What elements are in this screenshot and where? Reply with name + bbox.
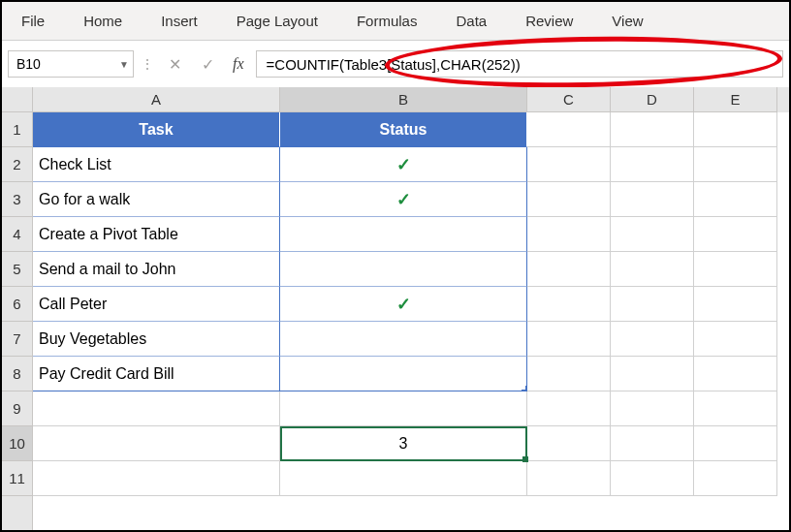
cell[interactable] (527, 461, 611, 496)
cell[interactable] (527, 357, 611, 391)
row-headers: 1 2 3 4 5 6 7 8 9 10 11 (2, 87, 33, 530)
col-header-b[interactable]: B (280, 87, 527, 112)
cell-task[interactable]: Buy Vegetables (33, 322, 280, 357)
tab-insert[interactable]: Insert (161, 13, 198, 29)
cell[interactable] (33, 426, 280, 461)
cell[interactable] (527, 147, 611, 182)
select-all-corner[interactable] (2, 87, 32, 112)
cell[interactable] (694, 426, 777, 461)
tab-review[interactable]: Review (525, 13, 573, 29)
tab-view[interactable]: View (612, 13, 643, 29)
cell[interactable] (611, 357, 694, 391)
cell[interactable] (611, 426, 694, 461)
cell[interactable] (694, 322, 777, 357)
grid-rows: Task Status Check List ✓ Go for a walk ✓ (33, 112, 789, 496)
spreadsheet: 1 2 3 4 5 6 7 8 9 10 11 A B C D E Task S… (2, 87, 789, 530)
cell[interactable] (527, 112, 611, 147)
cell-status[interactable]: ✓ (280, 182, 527, 217)
row-header-9[interactable]: 9 (2, 391, 32, 426)
cell-status[interactable]: ✓ (280, 147, 527, 182)
cell[interactable] (611, 182, 694, 217)
cell[interactable] (694, 217, 777, 252)
cell[interactable] (527, 391, 611, 426)
cell[interactable] (611, 322, 694, 357)
cell[interactable] (611, 287, 694, 322)
cell[interactable] (611, 217, 694, 252)
cell[interactable] (33, 391, 280, 426)
table-header-status[interactable]: Status (280, 112, 527, 147)
row-header-3[interactable]: 3 (2, 182, 32, 217)
tab-data[interactable]: Data (456, 13, 487, 29)
cell[interactable] (694, 391, 777, 426)
row-header-4[interactable]: 4 (2, 217, 32, 252)
tab-file[interactable]: File (21, 13, 45, 29)
cell-status[interactable] (280, 357, 527, 391)
fx-label[interactable]: fx (227, 55, 250, 73)
cell[interactable] (527, 287, 611, 322)
cell-result[interactable]: 3 (280, 426, 527, 461)
cell[interactable] (611, 461, 694, 496)
cell[interactable] (527, 426, 611, 461)
cell[interactable] (694, 147, 777, 182)
checkmark-icon: ✓ (396, 154, 411, 175)
col-header-d[interactable]: D (611, 87, 694, 112)
row-header-2[interactable]: 2 (2, 147, 32, 182)
cell-status[interactable] (280, 217, 527, 252)
tab-formulas[interactable]: Formulas (357, 13, 418, 29)
name-box-dropdown-icon[interactable]: ▼ (119, 59, 129, 70)
cell-task[interactable]: Call Peter (33, 287, 280, 322)
table-header-task[interactable]: Task (33, 112, 280, 147)
cell[interactable] (280, 391, 527, 426)
cell-status[interactable] (280, 322, 527, 357)
cell[interactable] (611, 252, 694, 287)
cell-task[interactable]: Pay Credit Card Bill (33, 357, 280, 391)
checkmark-icon: ✓ (396, 189, 411, 210)
cell[interactable] (527, 217, 611, 252)
formula-input[interactable]: =COUNTIF(Table3[Status],CHAR(252)) (256, 50, 783, 78)
enter-formula-icon[interactable]: ✓ (194, 50, 221, 78)
checkmark-icon: ✓ (396, 294, 411, 315)
cell-task[interactable]: Check List (33, 147, 280, 182)
col-header-c[interactable]: C (527, 87, 611, 112)
cell[interactable] (611, 112, 694, 147)
cell[interactable] (694, 182, 777, 217)
cell[interactable] (280, 461, 527, 496)
col-header-a[interactable]: A (33, 87, 280, 112)
tab-page-layout[interactable]: Page Layout (237, 13, 318, 29)
table-resize-handle[interactable] (522, 386, 527, 391)
cell-task[interactable]: Send a mail to John (33, 252, 280, 287)
cell[interactable] (33, 461, 280, 496)
tab-home[interactable]: Home (83, 13, 122, 29)
row-header-1[interactable]: 1 (2, 112, 32, 147)
row-header-8[interactable]: 8 (2, 357, 32, 391)
cancel-formula-icon[interactable]: ✕ (161, 50, 188, 78)
cell-status[interactable]: ✓ (280, 287, 527, 322)
grid: A B C D E Task Status Check List ✓ G (33, 87, 789, 530)
cell-task[interactable]: Go for a walk (33, 182, 280, 217)
formula-text: =COUNTIF(Table3[Status],CHAR(252)) (267, 56, 521, 73)
cell[interactable] (611, 147, 694, 182)
cell[interactable] (694, 252, 777, 287)
col-header-e[interactable]: E (694, 87, 777, 112)
name-box[interactable]: B10 ▼ (8, 50, 134, 78)
cell-status[interactable] (280, 252, 527, 287)
cell[interactable] (694, 112, 777, 147)
cell[interactable] (611, 391, 694, 426)
column-headers: A B C D E (33, 87, 789, 112)
name-box-value: B10 (16, 56, 41, 72)
cell[interactable] (694, 287, 777, 322)
cell[interactable] (694, 357, 777, 391)
ribbon-tabs: File Home Insert Page Layout Formulas Da… (2, 2, 789, 41)
cell[interactable] (527, 322, 611, 357)
row-header-5[interactable]: 5 (2, 252, 32, 287)
row-header-11[interactable]: 11 (2, 461, 32, 496)
row-header-6[interactable]: 6 (2, 287, 32, 322)
separator-icon: ⋮ (140, 50, 155, 78)
row-header-10[interactable]: 10 (2, 426, 32, 461)
row-header-7[interactable]: 7 (2, 322, 32, 357)
formula-bar: B10 ▼ ⋮ ✕ ✓ fx =COUNTIF(Table3[Status],C… (2, 41, 789, 87)
cell[interactable] (694, 461, 777, 496)
cell[interactable] (527, 252, 611, 287)
cell-task[interactable]: Create a Pivot Table (33, 217, 280, 252)
cell[interactable] (527, 182, 611, 217)
